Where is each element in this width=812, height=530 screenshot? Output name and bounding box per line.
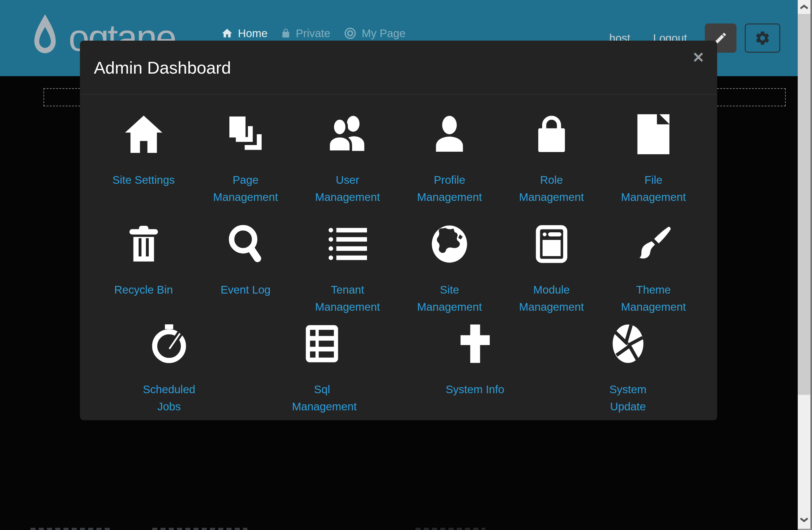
tile-tenant-management[interactable]: Tenant Management: [296, 220, 399, 315]
main-nav: Home Private My Page: [221, 27, 405, 40]
nav-label: Private: [295, 27, 330, 40]
tile-label: Module Management: [512, 281, 591, 315]
admin-dashboard-modal: Admin Dashboard ✕ Site Settings: [80, 41, 717, 420]
lock-icon: [534, 111, 569, 158]
tile-label: File Management: [614, 171, 693, 206]
nav-item-my-page[interactable]: My Page: [344, 27, 405, 40]
tile-row: Recycle Bin Event Log: [92, 220, 705, 315]
nav-item-private[interactable]: Private: [281, 27, 330, 40]
tile-scheduled-jobs[interactable]: Scheduled Jobs: [92, 320, 246, 415]
tile-theme-management[interactable]: Theme Management: [603, 220, 705, 315]
gear-icon: [754, 30, 771, 46]
tile-label: Tenant Management: [308, 281, 387, 315]
aperture-icon: [612, 320, 644, 368]
file-icon: [636, 111, 671, 158]
vertical-scrollbar[interactable]: [798, 0, 812, 530]
modal-header: Admin Dashboard ✕: [80, 41, 717, 95]
browser-icon: [536, 220, 567, 268]
tile-role-management[interactable]: Role Management: [501, 111, 603, 206]
chevron-down-icon: [799, 517, 809, 522]
person-icon: [431, 111, 468, 158]
tile-label: Scheduled Jobs: [139, 381, 199, 415]
timer-icon: [150, 320, 188, 368]
tile-label: User Management: [308, 171, 387, 206]
tile-label: System Info: [446, 381, 504, 398]
tile-label: Event Log: [220, 281, 271, 298]
tile-label: Page Management: [206, 171, 285, 206]
modal-title: Admin Dashboard: [94, 58, 231, 77]
scrollbar-thumb[interactable]: [798, 14, 810, 395]
nav-item-home[interactable]: Home: [221, 27, 267, 40]
tile-label: Role Management: [512, 171, 591, 206]
layers-icon: [226, 111, 265, 158]
tile-site-management[interactable]: Site Management: [399, 220, 501, 315]
droplet-icon: [25, 13, 66, 57]
home-icon: [221, 27, 233, 39]
tile-label: Profile Management: [410, 171, 489, 206]
close-icon[interactable]: ✕: [692, 50, 705, 65]
scroll-down-button[interactable]: [798, 513, 810, 527]
tile-label: Theme Management: [614, 281, 693, 315]
list-icon: [328, 220, 367, 268]
clipped-bottom-text: [152, 528, 247, 530]
tile-event-log[interactable]: Event Log: [195, 220, 297, 315]
clipped-bottom-text: [416, 528, 485, 530]
tile-system-update[interactable]: System Update: [552, 320, 705, 415]
spreadsheet-icon: [304, 320, 340, 368]
tile-recycle-bin[interactable]: Recycle Bin: [92, 220, 195, 315]
tile-label: Site Settings: [113, 171, 175, 188]
tile-label: Sql Management: [292, 381, 352, 415]
chevron-up-icon: [799, 4, 809, 10]
tile-label: System Update: [598, 381, 658, 415]
clipped-bottom-text: [30, 528, 110, 530]
tile-site-settings[interactable]: Site Settings: [92, 111, 195, 206]
trash-icon: [126, 220, 161, 268]
magnifier-icon: [226, 220, 265, 268]
brush-icon: [635, 220, 672, 268]
tile-user-management[interactable]: User Management: [296, 111, 399, 206]
nav-label: My Page: [362, 27, 405, 40]
tile-profile-management[interactable]: Profile Management: [399, 111, 501, 206]
globe-icon: [431, 220, 468, 268]
modal-body: Site Settings Page Management: [80, 111, 717, 415]
tile-page-management[interactable]: Page Management: [195, 111, 297, 206]
home-icon: [124, 111, 164, 158]
scroll-up-button[interactable]: [798, 0, 810, 14]
medical-cross-icon: [460, 320, 491, 368]
bullseye-icon: [344, 27, 357, 40]
tile-sql-management[interactable]: Sql Management: [246, 320, 398, 415]
tile-system-info[interactable]: System Info: [399, 320, 552, 415]
tile-label: Recycle Bin: [114, 281, 173, 298]
people-icon: [325, 111, 370, 158]
tile-module-management[interactable]: Module Management: [501, 220, 603, 315]
tile-file-management[interactable]: File Management: [603, 111, 705, 206]
settings-button[interactable]: [745, 24, 780, 53]
lock-icon: [281, 27, 291, 39]
tile-row: Site Settings Page Management: [92, 111, 705, 206]
tile-row: Scheduled Jobs Sql Management: [92, 320, 705, 415]
nav-label: Home: [238, 27, 267, 40]
tile-label: Site Management: [410, 281, 489, 315]
